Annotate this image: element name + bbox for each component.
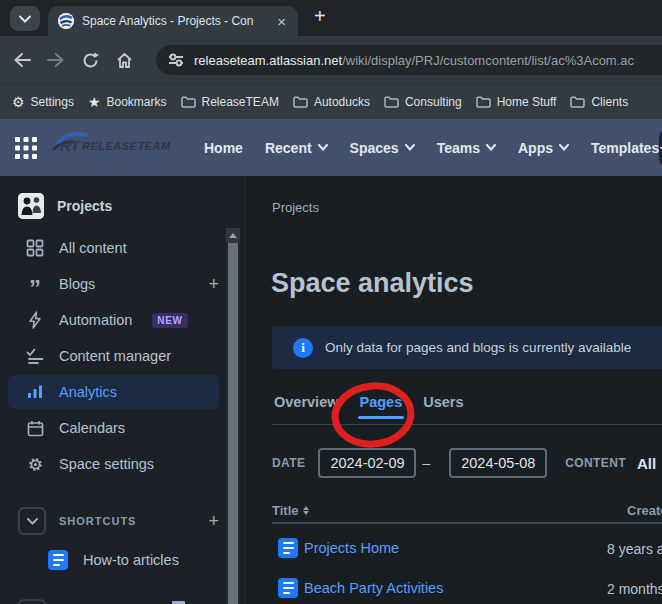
bookmark-folder-home-stuff[interactable]: Home Stuff: [476, 95, 557, 109]
nav-label: Teams: [437, 140, 480, 156]
date-range-separator: –: [422, 455, 430, 471]
tab-users[interactable]: Users: [423, 394, 463, 419]
browser-tab-strip: Space Analytics - Projects - Con × +: [0, 0, 662, 36]
info-icon: i: [293, 338, 313, 358]
folder-icon: [476, 96, 491, 108]
blogs-quote-icon: ”: [25, 274, 45, 294]
url-domain: releaseteam.atlassian.net: [194, 53, 342, 68]
sidebar-item-automation[interactable]: Automation NEW: [8, 303, 219, 337]
folder-icon: [293, 96, 308, 108]
sidebar-item-label: Content manager: [59, 348, 171, 364]
shortcuts-label: SHORTCUTS: [59, 515, 136, 527]
nav-item-apps[interactable]: Apps: [518, 140, 569, 156]
nav-item-teams[interactable]: Teams: [437, 140, 496, 156]
chevron-down-icon: [318, 144, 328, 151]
chevron-down-icon: [486, 144, 496, 151]
page-link[interactable]: Projects Home: [304, 540, 399, 556]
bookmark-folder-autoducks[interactable]: Autoducks: [293, 95, 370, 109]
tabs-divider: [272, 424, 662, 425]
column-created: Created: [627, 503, 662, 518]
releaseteam-logo[interactable]: RT RELEASETEAM DevOps Tool Specialists: [52, 129, 182, 167]
sidebar-item-analytics[interactable]: Analytics: [8, 375, 219, 409]
nav-item-home[interactable]: Home: [204, 140, 243, 156]
scrollbar-thumb[interactable]: [228, 243, 238, 604]
content-manager-icon: [25, 346, 45, 366]
sidebar-item-content-manager[interactable]: Content manager: [8, 339, 219, 373]
gear-icon: ⚙: [12, 95, 25, 109]
collapsed-section-button[interactable]: [18, 599, 46, 604]
automation-lightning-icon: [25, 310, 45, 330]
content-filter-label: CONTENT: [565, 456, 626, 470]
table-header-divider: [272, 522, 662, 524]
shortcut-item-label: How-to articles: [83, 552, 179, 568]
bookmark-label: Settings: [31, 95, 74, 109]
browser-tab[interactable]: Space Analytics - Projects - Con ×: [48, 6, 298, 36]
bookmark-label: Home Stuff: [497, 95, 557, 109]
bookmark-folder-consulting[interactable]: Consulting: [384, 95, 462, 109]
forward-button[interactable]: [42, 46, 70, 74]
sidebar-item-all-content[interactable]: All content: [8, 231, 219, 265]
bookmark-folder-clients[interactable]: Clients: [570, 95, 628, 109]
space-name: Projects: [57, 198, 112, 214]
bookmark-bookmarks[interactable]: ★ Bookmarks: [88, 95, 167, 109]
chevron-down-icon: [405, 144, 415, 151]
created-value: 8 years ag: [607, 541, 662, 557]
bookmark-label: Bookmarks: [106, 95, 166, 109]
tab-close-icon[interactable]: ×: [273, 13, 290, 30]
sidebar-item-blogs[interactable]: ” Blogs +: [8, 267, 219, 301]
scroll-up-button[interactable]: [226, 228, 240, 243]
nav-item-recent[interactable]: Recent: [265, 140, 328, 156]
home-button[interactable]: [110, 46, 138, 74]
page-link[interactable]: Beach Party Activities: [304, 580, 443, 596]
column-title-label: Title: [272, 503, 299, 518]
svg-text:RT: RT: [60, 137, 82, 154]
app-switcher-icon[interactable]: [14, 136, 38, 160]
site-favicon-icon: [58, 13, 74, 29]
site-info-icon[interactable]: [168, 53, 184, 67]
bookmark-folder-releaseteam[interactable]: ReleaseTEAM: [181, 95, 279, 109]
nav-label: Home: [204, 140, 243, 156]
add-blog-icon[interactable]: +: [208, 275, 219, 293]
collapse-shortcuts-button[interactable]: [18, 507, 46, 535]
content-filter-dropdown[interactable]: All: [637, 455, 662, 472]
column-title[interactable]: Title: [272, 503, 309, 518]
sidebar-item-label: All content: [59, 240, 127, 256]
back-button[interactable]: [8, 46, 36, 74]
sidebar-item-space-settings[interactable]: Space settings: [8, 447, 219, 481]
app-navigation-bar: RT RELEASETEAM DevOps Tool Specialists H…: [0, 119, 662, 176]
breadcrumb[interactable]: Projects: [272, 200, 319, 215]
workspace: Projects All content ” Blogs + Automatio…: [0, 176, 662, 604]
reload-button[interactable]: [76, 46, 104, 74]
url-text: releaseteam.atlassian.net/wiki/display/P…: [194, 53, 634, 68]
date-from-input[interactable]: [318, 448, 416, 478]
sort-icon: [303, 506, 309, 515]
tab-overview[interactable]: Overview: [274, 394, 339, 419]
nav-label: Recent: [265, 140, 312, 156]
new-tab-button[interactable]: +: [314, 5, 326, 28]
sidebar-item-label: Automation: [59, 312, 132, 328]
space-header[interactable]: Projects: [0, 176, 245, 219]
bookmark-settings[interactable]: ⚙ Settings: [12, 95, 74, 109]
sidebar-item-label: Calendars: [59, 420, 125, 436]
sidebar-scrollbar[interactable]: [226, 228, 240, 604]
filters-row: DATE – CONTENT All: [272, 447, 662, 479]
nav-item-templates[interactable]: Templates: [591, 140, 659, 156]
address-bar[interactable]: releaseteam.atlassian.net/wiki/display/P…: [156, 45, 662, 75]
tab-pages[interactable]: Pages: [360, 394, 403, 419]
table-row[interactable]: Beach Party Activities 2 months: [246, 568, 662, 604]
date-filter-label: DATE: [272, 456, 305, 470]
svg-text:RELEASETEAM: RELEASETEAM: [82, 140, 171, 152]
star-icon: ★: [88, 95, 101, 109]
app-nav-items: Home Recent Spaces Teams Apps Templates: [204, 140, 659, 156]
calendar-icon: [25, 418, 45, 438]
shortcut-item-how-to-articles[interactable]: How-to articles: [0, 543, 245, 577]
chevron-down-icon: [559, 144, 569, 151]
date-to-input[interactable]: [449, 448, 547, 478]
page-icon: [278, 538, 298, 558]
table-row[interactable]: Projects Home 8 years ag: [246, 528, 662, 568]
add-shortcut-icon[interactable]: +: [208, 512, 219, 530]
nav-item-spaces[interactable]: Spaces: [350, 140, 415, 156]
info-banner: i Only data for pages and blogs is curre…: [272, 326, 662, 369]
sidebar-item-calendars[interactable]: Calendars: [8, 411, 219, 445]
tab-search-button[interactable]: [10, 6, 40, 31]
